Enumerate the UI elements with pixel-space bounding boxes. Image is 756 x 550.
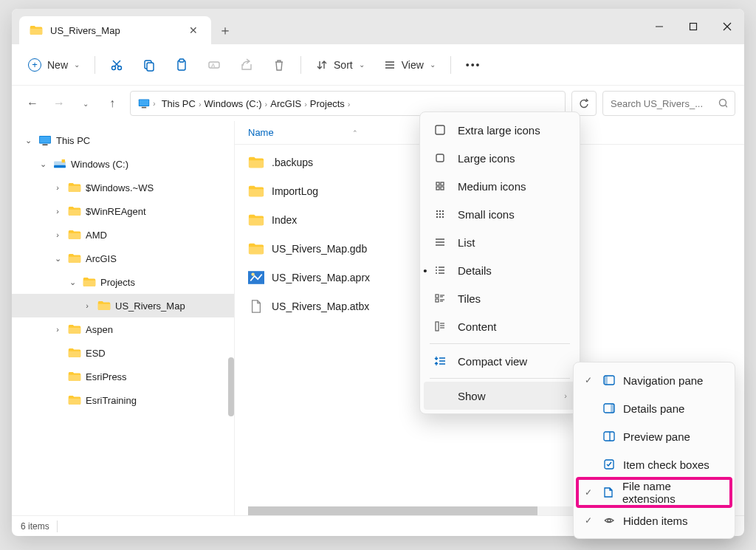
show-menu-item[interactable]: ✓File name extensions — [577, 478, 731, 506]
tree-item[interactable]: ⌄Projects — [12, 270, 234, 294]
svg-rect-31 — [441, 187, 444, 190]
close-tab-icon[interactable]: ✕ — [186, 23, 201, 38]
breadcrumb-segment[interactable]: This PC — [159, 97, 199, 111]
menu-label: Content — [458, 320, 497, 333]
tree-item[interactable]: ›EsriPress — [12, 365, 234, 388]
forward-button[interactable]: → — [47, 92, 71, 115]
tree-item[interactable]: ›US_Rivers_Map — [12, 294, 234, 317]
xl-icon — [433, 124, 447, 136]
tree-twisty-icon[interactable]: › — [52, 325, 63, 334]
minimize-button[interactable] — [642, 13, 676, 41]
svg-point-35 — [436, 213, 438, 215]
menu-compact-view[interactable]: Compact view — [424, 347, 576, 375]
search-box[interactable] — [602, 91, 735, 116]
tree-item[interactable]: ›$WinREAgent — [12, 199, 234, 223]
cut-button[interactable] — [103, 52, 131, 78]
view-menu-item[interactable]: Medium icons — [424, 172, 576, 200]
tree-item[interactable]: ›ESD — [12, 341, 234, 365]
scissors-icon — [110, 58, 123, 72]
breadcrumb-segment[interactable]: Windows (C:) — [202, 97, 265, 111]
tree-item[interactable]: ›AMD — [12, 223, 234, 247]
share-button[interactable] — [233, 52, 261, 78]
up-button[interactable]: ↑ — [100, 92, 124, 115]
show-menu-item[interactable]: ✓Navigation pane — [577, 366, 731, 394]
view-button[interactable]: View ⌄ — [377, 52, 443, 78]
maximize-button[interactable] — [676, 13, 710, 41]
folder-icon — [248, 242, 264, 255]
tree-label: US_Rivers_Map — [115, 300, 185, 312]
search-input[interactable] — [611, 98, 714, 109]
close-window-button[interactable] — [710, 13, 744, 41]
svg-point-11 — [112, 66, 116, 69]
tree-item[interactable]: ›$Windows.~WS — [12, 176, 234, 199]
view-menu-item[interactable]: Content — [424, 312, 576, 340]
new-button[interactable]: + New ⌄ — [21, 52, 87, 78]
svg-rect-18 — [179, 59, 184, 62]
svg-line-25 — [725, 106, 727, 109]
navpane-icon — [602, 374, 616, 386]
tree-twisty-icon[interactable]: › — [52, 183, 63, 192]
sort-button[interactable]: Sort ⌄ — [309, 52, 372, 78]
view-menu-item[interactable]: Extra large icons — [424, 116, 576, 144]
breadcrumb-segment[interactable]: Projects — [307, 97, 348, 111]
tree-item[interactable]: ⌄This PC — [12, 128, 234, 152]
new-tab-button[interactable]: ＋ — [211, 16, 239, 44]
tree-item[interactable]: ›Aspen — [12, 317, 234, 341]
chevron-down-icon: ⌄ — [430, 61, 436, 69]
folder-icon — [68, 182, 81, 193]
tree-twisty-icon[interactable]: › — [52, 207, 63, 216]
chevron-down-icon: ⌄ — [74, 61, 80, 69]
svg-rect-16 — [147, 63, 154, 71]
menu-show[interactable]: Show › — [424, 382, 576, 410]
tree-twisty-icon[interactable]: ⌄ — [22, 136, 34, 145]
sort-icon — [316, 59, 328, 71]
copy-button[interactable] — [135, 52, 163, 78]
tree-label: Aspen — [86, 324, 113, 335]
sidebar-scrollbar[interactable] — [228, 357, 234, 416]
menu-label: Extra large icons — [458, 124, 540, 137]
folder-icon — [68, 348, 81, 358]
show-menu-item[interactable]: ✓Hidden items — [577, 506, 731, 534]
rename-button[interactable]: A — [200, 52, 228, 78]
svg-rect-30 — [436, 187, 439, 190]
view-menu-item[interactable]: •Details — [424, 256, 576, 284]
show-menu-item[interactable]: Preview pane — [577, 422, 731, 450]
tree-twisty-icon[interactable]: ⌄ — [66, 278, 78, 287]
view-menu-item[interactable]: Small icons — [424, 200, 576, 228]
view-menu-item[interactable]: Large icons — [424, 144, 576, 172]
breadcrumb-segment[interactable]: ArcGIS — [267, 97, 304, 111]
back-button[interactable]: ← — [21, 92, 44, 115]
view-menu-item[interactable]: List — [424, 228, 576, 256]
folder-icon — [248, 156, 264, 169]
svg-point-48 — [436, 272, 437, 274]
folder-icon — [68, 230, 81, 240]
tree-twisty-icon[interactable]: ⌄ — [37, 159, 49, 169]
tree-twisty-icon[interactable]: › — [52, 230, 63, 239]
svg-rect-56 — [436, 322, 439, 331]
tree-item[interactable]: ⌄Windows (C:) — [12, 152, 234, 176]
tree-twisty-icon[interactable]: › — [81, 301, 93, 310]
paste-button[interactable] — [168, 52, 196, 78]
menu-label: Hidden items — [623, 515, 688, 527]
delete-button[interactable] — [265, 52, 293, 78]
folder-icon — [30, 25, 43, 35]
tree-twisty-icon[interactable]: ⌄ — [52, 254, 63, 264]
hidden-icon — [602, 515, 616, 526]
recent-button[interactable]: ⌄ — [74, 92, 97, 115]
tree-item[interactable]: ›EsriTraining — [12, 388, 234, 412]
toolbar: + New ⌄ A Sort ⌄ View ⌄ ••• — [12, 44, 744, 86]
active-tab[interactable]: US_Rivers_Map ✕ — [19, 16, 211, 44]
show-submenu: ✓Navigation paneDetails panePreview pane… — [573, 362, 735, 539]
show-menu-item[interactable]: Details pane — [577, 394, 731, 422]
view-menu-item[interactable]: Tiles — [424, 284, 576, 312]
plus-icon: + — [28, 58, 41, 72]
show-menu-item[interactable]: Item check boxes — [577, 450, 731, 478]
tree-item[interactable]: ⌄ArcGIS — [12, 247, 234, 270]
folder-icon — [68, 253, 81, 264]
check-icon: ✓ — [585, 375, 595, 385]
status-text: 6 items — [21, 521, 49, 532]
svg-point-40 — [442, 216, 444, 218]
more-button[interactable]: ••• — [458, 52, 489, 78]
pc-icon — [38, 135, 52, 145]
svg-rect-64 — [604, 432, 614, 441]
